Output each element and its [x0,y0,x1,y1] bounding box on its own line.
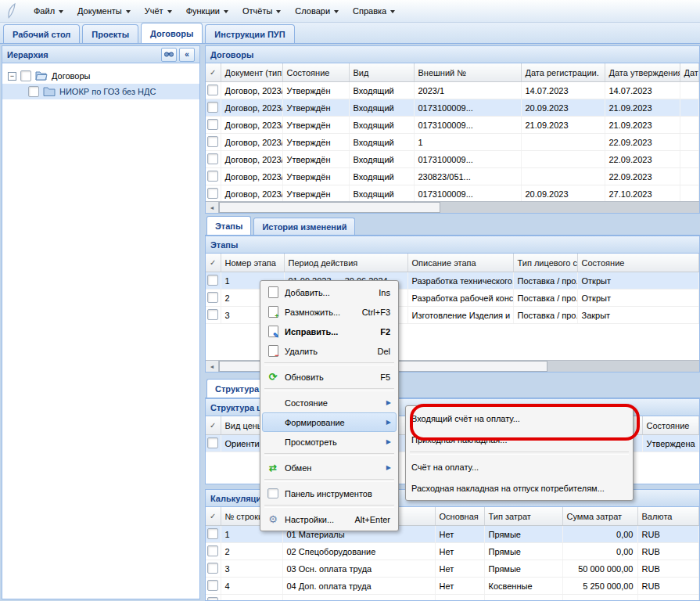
menubar-item[interactable]: Функции [179,3,235,19]
col-kind[interactable]: Вид [349,63,414,82]
menubar-item-label: Функции [186,6,220,16]
tree-node-root[interactable]: − Договоры [2,68,199,84]
menu-item-refresh[interactable]: ⟳ Обновить F5 [262,367,397,387]
tab-stages[interactable]: Этапы [206,216,251,235]
row-checkbox[interactable] [207,580,218,591]
row-checkbox[interactable] [207,545,218,556]
col-main[interactable]: Основная [435,507,484,526]
row-checkbox[interactable] [207,102,218,113]
table-row[interactable]: Договор, 2023/... Утверждён Входящий 017… [206,117,699,134]
tab[interactable]: Инструкции ПУП ✕ [205,24,294,43]
menu-item-state[interactable]: Состояние ▶ [262,393,397,412]
row-checkbox[interactable] [207,597,218,601]
col-period[interactable]: Период действия [284,254,407,272]
cell-ext: 2023/1 [414,82,521,99]
node-checkbox[interactable] [28,86,39,97]
refresh-icon: ⟳ [266,371,280,383]
collapse-toggle-icon[interactable]: − [8,72,16,81]
menu-item-clone[interactable]: + Размножить... Ctrl+F3 [262,302,397,322]
table-row[interactable]: Договор, 2023/... Утверждён Входящий 017… [206,151,699,168]
menu-item-toolbar[interactable]: Панель инструментов [262,484,397,503]
table-row[interactable]: 2 02 Спецоборудование Нет Прямые 0,00 RU… [206,543,699,560]
tab[interactable]: Договоры ✕ [141,23,203,43]
row-checkbox[interactable] [207,563,218,574]
col-state[interactable]: Состояние [642,416,699,435]
menu-item-edit[interactable]: ✎ Исправить... F2 [262,322,397,341]
menubar-item[interactable]: Словари [288,3,346,19]
check-all-header[interactable]: ✓ [206,63,221,82]
node-checkbox[interactable] [20,70,31,81]
menu-item-add[interactable]: Добавить... Ins [262,283,397,302]
menu-item-settings[interactable]: ⚙ Настройки... Alt+Enter [262,509,397,529]
col-cost-type[interactable]: Тип затрат [484,507,562,526]
col-account-type[interactable]: Тип лицевого счёт [513,254,577,272]
table-row[interactable]: 3 03 Осн. оплата труда Нет Прямые 50 000… [206,560,699,578]
row-checkbox[interactable] [207,153,218,164]
menu-item-exchange[interactable]: ⇄ Обмен ▶ [262,458,397,477]
menubar-item[interactable]: Учёт [138,3,179,19]
col-stage-num[interactable]: Номер этапа [221,254,284,272]
cell-date3 [680,168,699,185]
col-state[interactable]: Состояние [282,63,349,82]
col-doc[interactable]: Документ (тип, № [221,63,282,82]
cell-reg-date [521,134,605,151]
tab-history[interactable]: История изменений [253,218,355,235]
menu-item-view[interactable]: Просмотреть ▶ [262,432,397,452]
cell-kind: Входящий [349,185,414,203]
menu-item-delete[interactable]: − Удалить Del [262,341,397,361]
check-all-header[interactable]: ✓ [206,416,221,435]
row-checkbox[interactable] [207,119,218,130]
row-checkbox[interactable] [207,188,218,199]
row-checkbox[interactable] [207,309,218,320]
col-approve-date[interactable]: Дата утверждения [605,63,680,82]
col-date3[interactable]: Дата [680,63,699,82]
tab[interactable]: Проекты ✕ [82,24,138,43]
menu-item-generate[interactable]: Формирование ▶ [262,412,397,432]
table-row[interactable]: Договор, 2023/... Утверждён Входящий 017… [206,99,699,117]
check-all-header[interactable]: ✓ [206,254,221,272]
col-amount[interactable]: Сумма затрат [562,507,637,526]
col-reg-date[interactable]: Дата регистрации. [521,63,605,82]
row-checkbox[interactable] [207,171,218,182]
edit-document-icon: ✎ [266,326,280,337]
row-checkbox[interactable] [207,292,218,303]
col-currency[interactable]: Валюта [637,507,699,526]
submenu-item-invoice[interactable]: Счёт на оплату... [407,456,631,477]
tree-node-child[interactable]: НИОКР по ГОЗ без НДС [2,84,199,99]
row-checkbox[interactable] [207,85,218,95]
scroll-left-icon[interactable]: ◄ [206,202,219,213]
table-row[interactable]: Договор, 2023/... Утверждён Входящий 017… [206,185,699,203]
menubar-item[interactable]: Файл [27,3,70,19]
tab[interactable]: Рабочий стол ✕ [3,24,80,43]
cell-state: Утверждена [642,435,699,452]
row-checkbox[interactable] [207,437,218,448]
col-state[interactable]: Состояние [577,254,699,272]
row-checkbox[interactable] [207,275,218,286]
check-all-header[interactable]: ✓ [206,507,221,526]
cell-main: Нет [435,543,484,560]
scroll-left-icon[interactable]: ◄ [206,361,219,372]
menubar-item[interactable]: Документы [70,3,138,19]
scroll-thumb[interactable] [219,202,440,213]
cell-ext: 0173100009... [414,117,521,134]
col-desc[interactable]: Описание этапа [407,254,513,272]
table-row[interactable]: Договор, 2023/... Утверждён Входящий 1 2… [206,134,699,151]
table-row[interactable]: Договор, 2023/... Утверждён Входящий 230… [206,168,699,185]
contracts-hscrollbar[interactable]: ◄ [206,201,699,213]
hierarchy-title: Иерархия [7,50,48,59]
cell-desc: Изготовление Изделия и ... [407,307,513,324]
cell-main: Нет [435,595,484,601]
row-checkbox[interactable] [207,528,218,539]
collapse-panel-button[interactable]: « [179,48,195,62]
tab-structure[interactable]: Структура [206,379,267,398]
cell-currency: RUB [637,543,699,560]
col-ext[interactable]: Внешний № [414,63,521,82]
row-checkbox[interactable] [207,136,218,147]
search-button[interactable] [161,48,177,62]
table-row[interactable]: 4 04 Доп. оплата труда Нет Косвенные 5 2… [206,578,699,595]
table-row[interactable]: Договор, 2023/... Утверждён Входящий 202… [206,82,699,99]
menubar-item[interactable]: Отчёты [235,3,288,19]
table-row[interactable]: 5 05 Соц. отчисления Нет Косвенные 14 36… [206,595,699,601]
submenu-item-expense-note[interactable]: Расходная накладная на отпуск потребител… [407,477,631,498]
menubar-item[interactable]: Справка [346,3,402,19]
